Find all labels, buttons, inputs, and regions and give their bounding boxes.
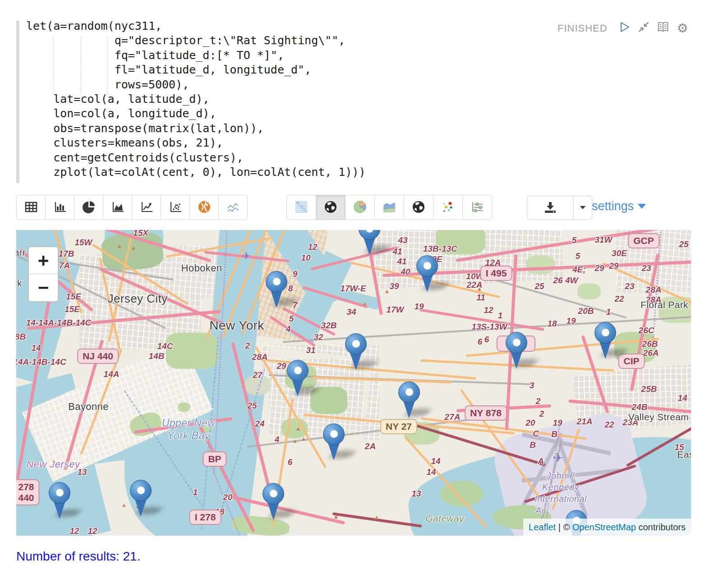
map-label-kennedy: Kennedy [542, 482, 579, 492]
exit-ref: 14A-14B-14C [16, 357, 66, 367]
chart-button-line-chart[interactable] [132, 195, 161, 220]
exit-ref: 17W-E [340, 284, 366, 294]
map-marker[interactable] [506, 332, 528, 372]
chart-button-area-pastel[interactable] [374, 195, 404, 220]
chart-button-area-chart[interactable] [103, 195, 132, 220]
chart-button-table[interactable] [16, 195, 46, 220]
exit-ref: 13 [411, 489, 421, 499]
chart-button-sliders[interactable] [462, 195, 492, 220]
exit-ref: 11 [476, 293, 485, 303]
exit-ref: 28A [646, 285, 662, 295]
map-marker[interactable] [416, 255, 439, 296]
chart-button-sparklines[interactable] [218, 195, 248, 220]
exit-ref: 29 [276, 361, 286, 371]
chart-button-pie-pastel[interactable] [345, 195, 375, 220]
airport-icon: ✈ [553, 452, 563, 464]
map-marker[interactable] [287, 360, 309, 400]
chart-button-scatter-color[interactable] [433, 195, 463, 220]
caret-down-button[interactable] [573, 196, 592, 220]
play-button[interactable] [617, 21, 631, 35]
area-chart-icon [111, 200, 125, 216]
exit-ref: 9 [293, 269, 298, 279]
exit-ref: 19 [553, 418, 562, 428]
map-label-rk: rk [16, 278, 22, 289]
exit-ref: 13S-13W [471, 322, 507, 332]
chart-button-pie-chart[interactable] [74, 195, 103, 220]
marker-dot [294, 367, 302, 374]
sparklines-icon [226, 200, 240, 216]
exit-ref: 25B [641, 384, 657, 394]
caret-down-icon [577, 202, 589, 215]
chart-button-scatter-chart[interactable] [161, 195, 190, 220]
pie-pastel-icon [353, 200, 367, 216]
exit-ref: 34 [346, 307, 356, 317]
compress-button[interactable] [636, 21, 651, 35]
openstreetmap-link[interactable]: OpenStreetMap [572, 522, 636, 532]
exit-ref: 21A [577, 417, 593, 427]
peak-icon: ▲ [295, 425, 301, 432]
exit-ref: 20B [578, 306, 594, 316]
exit-ref: 20 [223, 492, 232, 502]
viz-plugins-group [286, 195, 492, 220]
compress-icon [637, 20, 650, 36]
exit-ref: 2 [536, 396, 541, 406]
exit-ref: 20 [525, 418, 535, 428]
exit-ref: 30E [612, 248, 627, 258]
zoom-in-button[interactable]: + [29, 247, 58, 274]
exit-ref: 12 [484, 305, 493, 315]
marker-dot [352, 340, 360, 348]
zoom-out-button[interactable]: − [29, 274, 58, 301]
map-label-international: International [534, 494, 586, 504]
map-marker[interactable] [398, 381, 421, 422]
map-marker[interactable] [130, 480, 152, 520]
map-label-eas: Eas [677, 449, 691, 460]
code-editor[interactable]: let(a=random(nyc311, q="descriptor_t:\"R… [26, 19, 366, 179]
marker-dot [602, 329, 609, 336]
chart-button-bar-chart[interactable] [45, 195, 74, 220]
map-marker[interactable] [49, 482, 71, 523]
map-marker[interactable] [359, 230, 381, 259]
exit-ref: 5 [576, 251, 581, 261]
settings-toggle[interactable]: settings [592, 199, 646, 213]
exit-ref: 17B [59, 249, 74, 259]
map-marker[interactable] [323, 423, 346, 464]
exit-ref: 32 [313, 332, 323, 342]
chart-button-globe-orange[interactable] [189, 195, 219, 220]
zeppelin-paragraph: let(a=random(nyc311, q="descriptor_t:\"R… [0, 0, 728, 579]
peak-icon: ▲ [121, 502, 127, 508]
leaflet-link[interactable]: Leaflet [529, 522, 556, 532]
map-marker[interactable] [345, 333, 368, 374]
map-marker[interactable] [263, 483, 285, 524]
map-marker[interactable] [594, 322, 617, 363]
exit-ref: 14 [426, 467, 436, 477]
route-shield-nj-440: NJ 440 [77, 349, 119, 364]
chart-button-globe-dark[interactable] [316, 195, 346, 220]
attribution-separator: | © [556, 522, 572, 532]
exit-ref: 14 [31, 343, 41, 353]
exit-ref: 22 [604, 420, 614, 430]
chart-button-grid-heatmap[interactable] [286, 195, 316, 220]
map-label-hoboken: Hoboken [181, 262, 222, 274]
map-marker[interactable] [266, 271, 288, 312]
exit-ref: 25 [534, 281, 544, 291]
exit-ref: 14C [157, 341, 173, 351]
exit-ref: 8B [16, 332, 26, 342]
exit-ref: 32B [321, 321, 337, 331]
book-button[interactable] [656, 21, 670, 35]
viz-basic-group [16, 195, 248, 220]
exit-ref: 7A [59, 261, 70, 271]
exit-ref: 10 [301, 253, 310, 263]
exit-ref: 22 [614, 294, 624, 304]
exit-ref: 27 [253, 370, 262, 380]
chart-button-globe-dark-2[interactable] [404, 195, 433, 220]
map-label-floral-park: Floral Park [640, 299, 688, 310]
map-label-valley-stream: Valley Stream [628, 412, 689, 423]
gear-button[interactable]: ⚙ [675, 21, 690, 35]
map-label-arr: arr [16, 248, 26, 258]
map-canvas[interactable]: HobokenJersey CityNew YorkBayonneFloral … [16, 230, 691, 536]
exit-ref: 12 [88, 526, 97, 536]
exit-ref: 1 [498, 311, 503, 321]
exit-ref: 6 [484, 335, 489, 345]
download-button[interactable] [527, 196, 574, 220]
route-shield-i-495: I 495 [480, 266, 512, 281]
